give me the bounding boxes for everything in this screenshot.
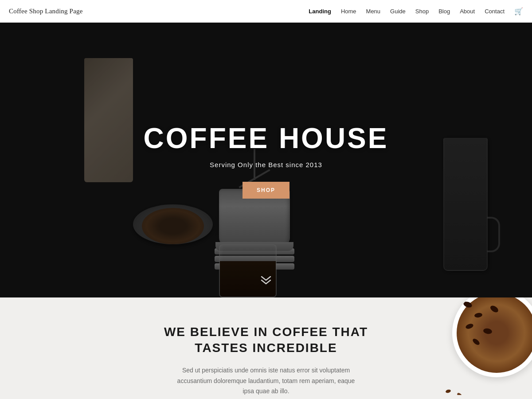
about-section: WE BELIEVE IN COFFEE THAT TASTES INCREDI…	[0, 297, 532, 399]
nav-item-guide[interactable]: Guide	[390, 8, 406, 15]
hero-subtitle: Serving Only the Best since 2013	[144, 161, 389, 168]
about-body: Sed ut perspiciatis unde omnis iste natu…	[171, 365, 361, 397]
nav-item-menu[interactable]: Menu	[366, 8, 381, 15]
beans-circle	[452, 297, 532, 377]
nav-item-home[interactable]: Home	[341, 8, 356, 15]
nav-item-contact[interactable]: Contact	[485, 8, 505, 15]
scroll-indicator[interactable]	[260, 276, 272, 287]
hero-content: COFFEE HOUSE Serving Only the Best since…	[144, 122, 389, 199]
nav-item-shop[interactable]: Shop	[415, 8, 429, 15]
hero-title: COFFEE HOUSE	[144, 122, 389, 155]
scattered-bean-2	[445, 389, 451, 394]
about-title: WE BELIEVE IN COFFEE THAT TASTES INCREDI…	[155, 324, 377, 356]
site-title: Coffee Shop Landing Page	[9, 8, 83, 15]
hero-cta-button[interactable]: SHOP	[243, 182, 289, 199]
header: Coffee Shop Landing Page Landing Home Me…	[0, 0, 532, 23]
cart-icon[interactable]: 🛒	[514, 7, 523, 16]
nav-item-landing[interactable]: Landing	[309, 8, 331, 15]
hero-section: COFFEE HOUSE Serving Only the Best since…	[0, 23, 532, 297]
nav-item-about[interactable]: About	[460, 8, 475, 15]
main-nav: Landing Home Menu Guide Shop Blog About …	[309, 7, 523, 16]
beans-bowl-decoration	[443, 297, 532, 395]
scattered-bean-3	[456, 392, 463, 395]
nav-item-blog[interactable]: Blog	[438, 8, 450, 15]
